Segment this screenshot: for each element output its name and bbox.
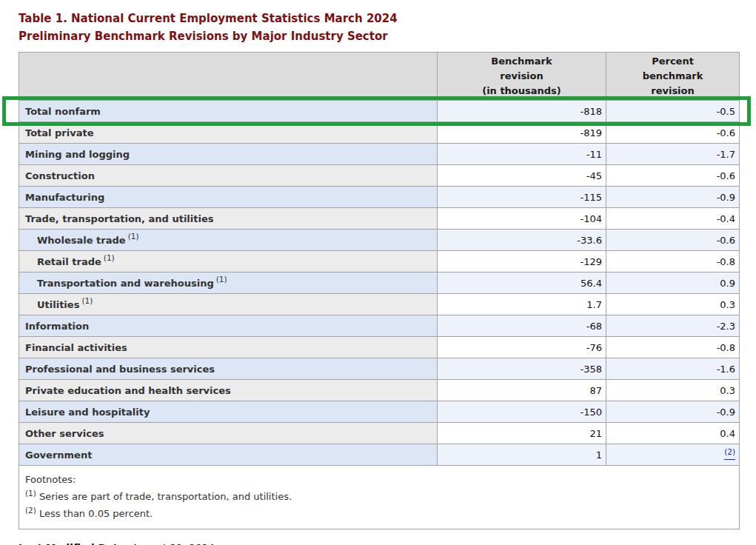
row-footnote-marker: (1) xyxy=(104,253,115,262)
percent-revision-cell: 0.3 xyxy=(606,294,740,315)
benchmark-revision-cell: 87 xyxy=(438,380,606,401)
table-row: Transportation and warehousing(1) 56.4 0… xyxy=(19,272,740,294)
header-percent-benchmark-revision: Percent benchmark revision xyxy=(606,53,740,101)
industry-label-cell: Total nonfarm xyxy=(19,101,438,122)
page-title-line1: Table 1. National Current Employment Sta… xyxy=(19,10,756,27)
row-footnote-marker: (1) xyxy=(128,232,139,241)
benchmark-revision-cell: -68 xyxy=(438,315,606,337)
benchmark-revision-cell: 1.7 xyxy=(438,294,606,315)
industry-label-cell: Construction xyxy=(19,165,438,187)
header-industry xyxy=(19,53,438,101)
header-row: Benchmark revision (in thousands) Percen… xyxy=(19,53,740,101)
industry-label-cell: Wholesale trade(1) xyxy=(19,230,438,251)
benchmark-revision-cell: -358 xyxy=(438,358,606,380)
header-benchmark-revision: Benchmark revision (in thousands) xyxy=(438,53,606,101)
percent-revision-cell: -2.3 xyxy=(606,315,740,337)
industry-label-cell: Professional and business services xyxy=(19,358,438,380)
industry-label-cell: Trade, transportation, and utilities xyxy=(19,208,438,230)
row-label-text: Utilities xyxy=(37,299,79,310)
table-row: Leisure and hospitality -150 -0.9 xyxy=(19,401,740,423)
row-label-text: Leisure and hospitality xyxy=(25,407,150,418)
percent-revision-cell: -0.6 xyxy=(606,122,740,144)
table-row: Mining and logging -11 -1.7 xyxy=(19,144,740,165)
row-label-text: Trade, transportation, and utilities xyxy=(25,213,213,224)
industry-label-cell: Private education and health services xyxy=(19,380,438,401)
row-label-text: Other services xyxy=(25,428,104,439)
table-row: Manufacturing -115 -0.9 xyxy=(19,187,740,208)
row-label-text: Professional and business services xyxy=(25,364,215,375)
row-label-text: Information xyxy=(25,321,89,332)
footnotes-row: Footnotes: (1)Series are part of trade, … xyxy=(19,466,740,529)
table-row: Construction -45 -0.6 xyxy=(19,165,740,187)
table-row: Government 1 (2) xyxy=(19,444,740,466)
page-title-line2: Preliminary Benchmark Revisions by Major… xyxy=(19,27,756,45)
table-row: Total nonfarm -818 -0.5 xyxy=(19,101,740,122)
table-row: Private education and health services 87… xyxy=(19,380,740,401)
footnotes-heading: Footnotes: xyxy=(25,471,732,488)
row-label-text: Mining and logging xyxy=(25,149,130,160)
benchmark-revision-cell: -129 xyxy=(438,251,606,272)
benchmark-revision-cell: -11 xyxy=(438,144,606,165)
percent-revision-cell: -1.7 xyxy=(606,144,740,165)
row-label-text: Total nonfarm xyxy=(25,106,101,117)
footnote-item: (2)Less than 0.05 percent. xyxy=(25,505,732,522)
industry-label-cell: Financial activities xyxy=(19,337,438,358)
table-rows: Total nonfarm -818 -0.5 Total private -8… xyxy=(19,101,740,466)
benchmark-revision-cell: 1 xyxy=(438,444,606,466)
row-label-text: Total private xyxy=(25,127,94,138)
percent-revision-cell: -1.6 xyxy=(606,358,740,380)
industry-label-cell: Transportation and warehousing(1) xyxy=(19,272,438,294)
benchmark-revision-cell: -104 xyxy=(438,208,606,230)
row-label-text: Retail trade xyxy=(37,256,101,267)
benchmark-revision-cell: -819 xyxy=(438,122,606,144)
footnote-2-link[interactable]: (2) xyxy=(724,449,735,461)
benchmark-revisions-table: Benchmark revision (in thousands) Percen… xyxy=(19,52,740,529)
percent-revision-cell: -0.8 xyxy=(606,337,740,358)
table-row: Trade, transportation, and utilities -10… xyxy=(19,208,740,230)
percent-revision-cell: 0.4 xyxy=(606,423,740,444)
row-label-text: Manufacturing xyxy=(25,192,104,203)
industry-label-cell: Retail trade(1) xyxy=(19,251,438,272)
industry-label-cell: Information xyxy=(19,315,438,337)
benchmark-revision-cell: 21 xyxy=(438,423,606,444)
row-label-text: Private education and health services xyxy=(25,385,231,396)
benchmark-revision-cell: -150 xyxy=(438,401,606,423)
industry-label-cell: Other services xyxy=(19,423,438,444)
table-row: Other services 21 0.4 xyxy=(19,423,740,444)
table-row: Total private -819 -0.6 xyxy=(19,122,740,144)
percent-revision-cell: -0.5 xyxy=(606,101,740,122)
table-row: Financial activities -76 -0.8 xyxy=(19,337,740,358)
percent-revision-cell: (2) xyxy=(606,444,740,466)
page-title: Table 1. National Current Employment Sta… xyxy=(19,10,756,45)
table-row: Professional and business services -358 … xyxy=(19,358,740,380)
benchmark-revision-cell: -33.6 xyxy=(438,230,606,251)
percent-revision-cell: 0.9 xyxy=(606,272,740,294)
last-modified: Last Modified Date: August 21, 2024 xyxy=(19,542,756,545)
percent-revision-cell: -0.8 xyxy=(606,251,740,272)
footnotes-section: Footnotes: (1)Series are part of trade, … xyxy=(19,466,740,529)
table-row: Wholesale trade(1) -33.6 -0.6 xyxy=(19,230,740,251)
last-modified-value: August 21, 2024 xyxy=(132,542,215,545)
benchmark-revision-cell: 56.4 xyxy=(438,272,606,294)
industry-label-cell: Total private xyxy=(19,122,438,144)
benchmark-revision-cell: -115 xyxy=(438,187,606,208)
row-label-text: Wholesale trade xyxy=(37,235,126,246)
table-row: Utilities(1) 1.7 0.3 xyxy=(19,294,740,315)
percent-revision-cell: -0.6 xyxy=(606,230,740,251)
industry-label-cell: Leisure and hospitality xyxy=(19,401,438,423)
benchmark-revision-cell: -818 xyxy=(438,101,606,122)
row-footnote-marker: (1) xyxy=(81,296,93,305)
row-footnote-marker: (1) xyxy=(216,275,227,284)
footnotes-list: (1)Series are part of trade, transportat… xyxy=(25,488,732,522)
row-label-text: Transportation and warehousing xyxy=(37,278,214,289)
industry-label-cell: Government xyxy=(19,444,438,466)
row-label-text: Financial activities xyxy=(25,342,127,353)
table-row: Retail trade(1) -129 -0.8 xyxy=(19,251,740,272)
percent-revision-cell: 0.3 xyxy=(606,380,740,401)
row-label-text: Government xyxy=(25,449,92,461)
percent-revision-cell: -0.9 xyxy=(606,187,740,208)
industry-label-cell: Manufacturing xyxy=(19,187,438,208)
table-row: Information -68 -2.3 xyxy=(19,315,740,337)
benchmark-revision-cell: -76 xyxy=(438,337,606,358)
row-label-text: Construction xyxy=(25,170,95,181)
